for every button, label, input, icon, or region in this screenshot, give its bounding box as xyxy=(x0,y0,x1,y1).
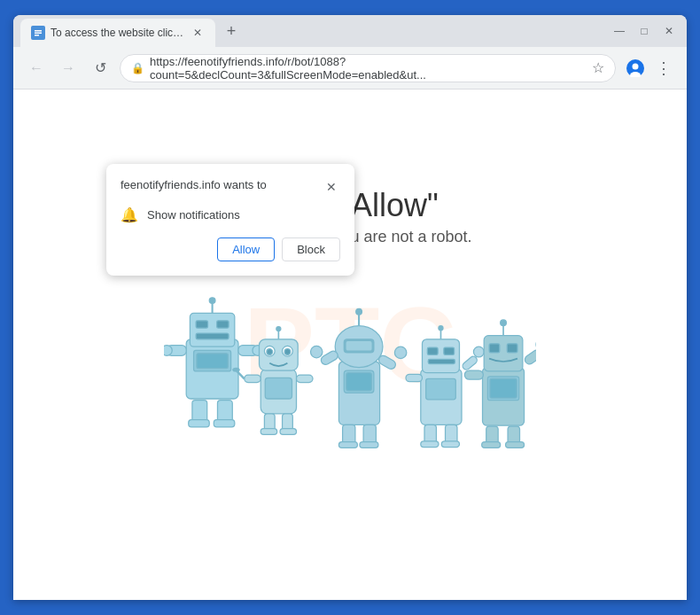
popup-header: feenotifyfriends.info wants to ✕ xyxy=(121,178,340,196)
title-bar: To access the website click the "A ✕ + —… xyxy=(13,15,687,47)
svg-rect-48 xyxy=(346,372,372,390)
block-button[interactable]: Block xyxy=(282,237,340,261)
bookmark-icon[interactable]: ☆ xyxy=(592,59,604,76)
svg-rect-2 xyxy=(35,33,42,35)
back-button[interactable]: ← xyxy=(24,56,49,81)
svg-rect-52 xyxy=(360,441,378,448)
address-bar: ← → ↺ 🔒 https://feenotifyfriends.info/r/… xyxy=(13,47,687,90)
svg-rect-84 xyxy=(523,348,536,366)
svg-rect-79 xyxy=(490,378,517,398)
svg-point-27 xyxy=(276,326,281,331)
svg-point-55 xyxy=(310,346,322,357)
svg-rect-63 xyxy=(428,359,455,363)
lock-icon: 🔒 xyxy=(131,62,144,74)
profile-button[interactable] xyxy=(623,56,648,81)
minimize-button[interactable]: — xyxy=(609,20,630,42)
svg-rect-77 xyxy=(507,343,517,352)
svg-rect-83 xyxy=(506,441,525,448)
browser-window: To access the website click the "A ✕ + —… xyxy=(13,15,687,600)
svg-point-60 xyxy=(439,325,443,330)
svg-rect-46 xyxy=(346,340,372,351)
popup-buttons: Allow Block xyxy=(121,237,340,261)
svg-point-5 xyxy=(633,63,639,69)
svg-point-31 xyxy=(284,348,291,354)
svg-rect-32 xyxy=(265,378,292,399)
svg-rect-82 xyxy=(482,441,501,448)
svg-point-75 xyxy=(501,319,507,325)
svg-point-56 xyxy=(394,346,406,358)
svg-rect-62 xyxy=(444,347,455,354)
svg-rect-70 xyxy=(461,354,478,370)
svg-rect-1 xyxy=(35,30,42,32)
tab-bar: To access the website click the "A ✕ + xyxy=(20,15,598,47)
maximize-button[interactable]: □ xyxy=(634,20,655,42)
svg-rect-69 xyxy=(406,374,422,381)
svg-rect-18 xyxy=(189,419,210,426)
tab-favicon xyxy=(31,26,45,40)
robots-svg xyxy=(164,273,536,450)
browser-tab[interactable]: To access the website click the "A ✕ xyxy=(20,19,215,47)
svg-point-22 xyxy=(164,345,172,355)
bell-icon: 🔔 xyxy=(121,206,138,223)
page-content: PTC feenotifyfriends.info wants to ✕ 🔔 S… xyxy=(13,90,687,600)
svg-rect-38 xyxy=(297,375,313,382)
svg-point-44 xyxy=(356,308,362,315)
url-bar[interactable]: 🔒 https://feenotifyfriends.info/r/bot/10… xyxy=(120,54,616,82)
svg-rect-86 xyxy=(464,370,483,379)
svg-point-30 xyxy=(267,348,273,354)
forward-button[interactable]: → xyxy=(56,56,81,81)
svg-rect-3 xyxy=(35,35,39,36)
svg-rect-11 xyxy=(196,320,207,327)
notification-label: Show notifications xyxy=(147,208,240,222)
svg-rect-61 xyxy=(427,347,438,354)
svg-rect-13 xyxy=(196,333,229,339)
svg-point-10 xyxy=(209,297,215,303)
tab-title: To access the website click the "A xyxy=(51,27,185,39)
svg-rect-73 xyxy=(484,335,523,370)
popup-close-button[interactable]: ✕ xyxy=(323,178,340,196)
close-button[interactable]: ✕ xyxy=(658,20,680,42)
svg-rect-36 xyxy=(280,428,296,434)
new-tab-button[interactable]: + xyxy=(219,19,244,43)
svg-rect-68 xyxy=(441,440,459,447)
svg-rect-51 xyxy=(338,441,357,448)
svg-rect-19 xyxy=(214,419,235,426)
svg-rect-37 xyxy=(245,375,261,382)
svg-rect-64 xyxy=(426,378,456,400)
svg-rect-8 xyxy=(190,313,234,346)
svg-rect-35 xyxy=(261,428,276,434)
allow-button[interactable]: Allow xyxy=(217,237,275,261)
svg-point-40 xyxy=(232,367,239,371)
svg-rect-67 xyxy=(421,440,439,447)
svg-rect-12 xyxy=(217,320,229,327)
toolbar-right: ⋮ xyxy=(623,56,676,81)
popup-title: feenotifyfriends.info wants to xyxy=(121,178,267,191)
menu-button[interactable]: ⋮ xyxy=(651,56,676,81)
popup-notification-row: 🔔 Show notifications xyxy=(121,206,340,223)
svg-rect-15 xyxy=(197,353,228,368)
tab-close-button[interactable]: ✕ xyxy=(191,26,205,40)
window-controls: — □ ✕ xyxy=(609,20,680,42)
reload-button[interactable]: ↺ xyxy=(88,56,113,81)
notification-popup: feenotifyfriends.info wants to ✕ 🔔 Show … xyxy=(106,164,354,276)
menu-dots-icon: ⋮ xyxy=(656,58,672,78)
robot-illustration xyxy=(13,273,687,450)
url-text: https://feenotifyfriends.info/r/bot/1088… xyxy=(150,55,587,82)
svg-rect-58 xyxy=(422,339,459,372)
svg-point-71 xyxy=(473,346,484,357)
svg-rect-76 xyxy=(489,343,500,352)
